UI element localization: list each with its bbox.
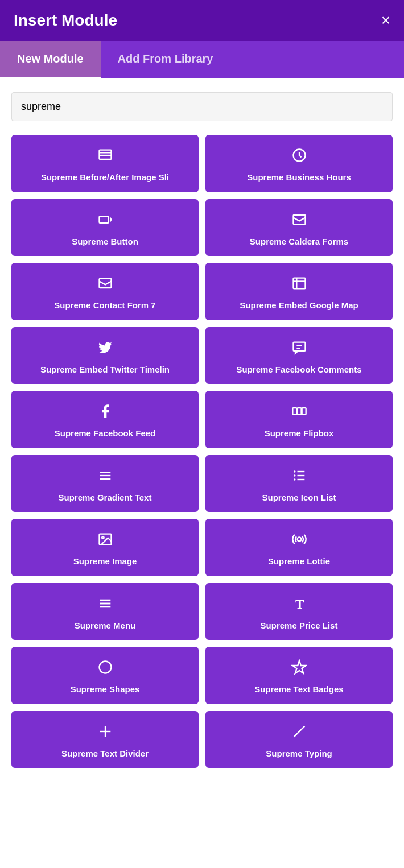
- module-btn-flipbox[interactable]: Supreme Flipbox: [205, 391, 393, 448]
- typing-icon: [291, 724, 307, 742]
- tab-new-module[interactable]: New Module: [0, 41, 101, 78]
- module-btn-lottie[interactable]: Supreme Lottie: [205, 519, 393, 576]
- svg-rect-13: [292, 408, 296, 415]
- module-btn-menu[interactable]: Supreme Menu: [11, 583, 199, 640]
- caldera-forms-icon: [291, 212, 307, 230]
- module-label-gradient-text: Supreme Gradient Text: [59, 492, 152, 503]
- modal-title: Insert Module: [14, 11, 117, 30]
- module-btn-typing[interactable]: Supreme Typing: [205, 711, 393, 768]
- module-label-icon-list: Supreme Icon List: [262, 492, 336, 503]
- search-input[interactable]: [11, 92, 393, 121]
- module-btn-embed-google-map[interactable]: Supreme Embed Google Map: [205, 263, 393, 320]
- svg-rect-5: [293, 214, 305, 224]
- shapes-icon: [97, 659, 113, 678]
- module-label-lottie: Supreme Lottie: [268, 556, 330, 567]
- menu-icon: [97, 596, 113, 614]
- module-label-button: Supreme Button: [72, 236, 138, 247]
- module-btn-button[interactable]: Supreme Button: [11, 199, 199, 257]
- svg-text:T: T: [295, 597, 304, 611]
- svg-point-23: [294, 474, 296, 477]
- svg-point-26: [102, 536, 104, 539]
- tab-bar: New Module Add From Library: [0, 41, 404, 78]
- contact-form-7-icon: [97, 275, 113, 294]
- flipbox-icon: [291, 403, 307, 422]
- module-btn-facebook-feed[interactable]: Supreme Facebook Feed: [11, 391, 199, 448]
- module-btn-embed-twitter[interactable]: Supreme Embed Twitter Timelin: [11, 327, 199, 385]
- embed-google-map-icon: [291, 275, 307, 294]
- module-label-shapes: Supreme Shapes: [71, 684, 140, 695]
- module-label-image: Supreme Image: [73, 556, 137, 567]
- text-divider-icon: [97, 724, 113, 742]
- module-label-price-list: Supreme Price List: [261, 620, 338, 631]
- icon-list-icon: [291, 468, 307, 486]
- module-btn-facebook-comments[interactable]: Supreme Facebook Comments: [205, 327, 393, 385]
- button-icon: [97, 212, 113, 230]
- module-label-typing: Supreme Typing: [266, 748, 332, 759]
- module-label-text-badges: Supreme Text Badges: [254, 684, 343, 695]
- module-label-text-divider: Supreme Text Divider: [61, 748, 149, 759]
- svg-rect-15: [302, 408, 306, 415]
- module-label-facebook-comments: Supreme Facebook Comments: [236, 364, 361, 375]
- module-btn-image[interactable]: Supreme Image: [11, 519, 199, 576]
- module-label-facebook-feed: Supreme Facebook Feed: [55, 428, 156, 439]
- insert-module-modal: Insert Module × New Module Add From Libr…: [0, 0, 404, 868]
- module-label-menu: Supreme Menu: [75, 620, 136, 631]
- business-hours-icon: [291, 147, 307, 166]
- svg-point-22: [294, 470, 296, 473]
- module-label-contact-form-7: Supreme Contact Form 7: [54, 300, 155, 311]
- module-btn-text-badges[interactable]: Supreme Text Badges: [205, 647, 393, 704]
- modal-header: Insert Module ×: [0, 0, 404, 41]
- facebook-comments-icon: [291, 340, 307, 358]
- module-btn-gradient-text[interactable]: Supreme Gradient Text: [11, 455, 199, 512]
- module-btn-before-after[interactable]: Supreme Before/After Image Sli: [11, 135, 199, 192]
- gradient-text-icon: [97, 468, 113, 486]
- svg-rect-7: [293, 278, 305, 289]
- svg-rect-4: [99, 216, 108, 223]
- svg-rect-14: [297, 408, 301, 415]
- svg-point-27: [297, 538, 301, 542]
- lottie-icon: [291, 531, 307, 550]
- module-label-caldera-forms: Supreme Caldera Forms: [250, 236, 348, 247]
- text-badges-icon: [291, 659, 307, 678]
- modules-grid: Supreme Before/After Image SliSupreme Bu…: [11, 135, 393, 768]
- module-btn-price-list[interactable]: TSupreme Price List: [205, 583, 393, 640]
- module-label-embed-google-map: Supreme Embed Google Map: [240, 300, 358, 311]
- module-btn-shapes[interactable]: Supreme Shapes: [11, 647, 199, 704]
- embed-twitter-icon: [97, 340, 113, 358]
- price-list-icon: T: [291, 596, 307, 614]
- svg-line-34: [294, 726, 304, 737]
- image-icon: [97, 531, 113, 550]
- svg-rect-0: [99, 150, 111, 159]
- module-label-business-hours: Supreme Business Hours: [247, 172, 351, 183]
- svg-rect-10: [293, 342, 305, 350]
- svg-point-24: [294, 478, 296, 481]
- module-btn-caldera-forms[interactable]: Supreme Caldera Forms: [205, 199, 393, 257]
- close-button[interactable]: ×: [381, 13, 390, 28]
- tab-add-from-library[interactable]: Add From Library: [101, 41, 230, 78]
- module-label-before-after: Supreme Before/After Image Sli: [41, 172, 169, 183]
- module-btn-text-divider[interactable]: Supreme Text Divider: [11, 711, 199, 768]
- svg-rect-6: [99, 279, 111, 288]
- module-btn-contact-form-7[interactable]: Supreme Contact Form 7: [11, 263, 199, 320]
- before-after-icon: [97, 147, 113, 166]
- module-content: Supreme Before/After Image SliSupreme Bu…: [0, 78, 404, 782]
- facebook-feed-icon: [97, 403, 113, 422]
- module-label-flipbox: Supreme Flipbox: [265, 428, 334, 439]
- module-btn-business-hours[interactable]: Supreme Business Hours: [205, 135, 393, 192]
- module-label-embed-twitter: Supreme Embed Twitter Timelin: [40, 364, 170, 375]
- module-btn-icon-list[interactable]: Supreme Icon List: [205, 455, 393, 512]
